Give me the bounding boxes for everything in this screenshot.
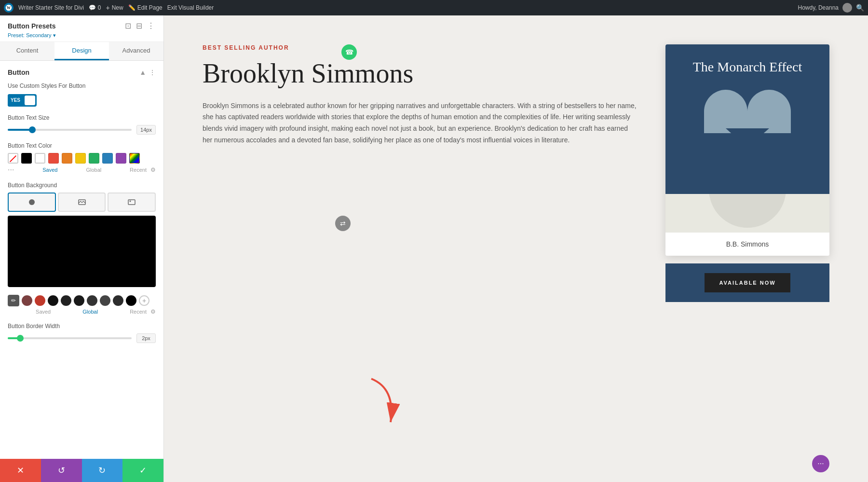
- bg-swatch-dark2[interactable]: [61, 295, 71, 306]
- bg-swatch-pen[interactable]: ✏: [8, 295, 19, 306]
- color-swatch-orange[interactable]: [62, 153, 72, 164]
- panel-bottom-toolbar: ✕ ↺ ↻ ✓: [0, 459, 163, 482]
- panel-split-button[interactable]: ⊟: [135, 20, 143, 31]
- button-background-label: Button Background: [8, 182, 156, 189]
- color-settings-icon[interactable]: ⚙: [150, 166, 156, 173]
- bg-color-option[interactable]: [8, 193, 56, 212]
- color-swatch-transparent[interactable]: [8, 153, 18, 164]
- canvas-top-section: BEST SELLING AUTHOR Brooklyn Simmons Bro…: [164, 15, 868, 482]
- button-border-width-control: 2px: [8, 333, 156, 343]
- panel-menu-button[interactable]: ⋮: [146, 20, 156, 31]
- bg-global-label[interactable]: Global: [82, 309, 98, 315]
- canvas-left: BEST SELLING AUTHOR Brooklyn Simmons Bro…: [203, 44, 637, 463]
- bg-color-settings-icon[interactable]: ⚙: [150, 308, 156, 315]
- top-bar-left: W Writer Starter Site for Divi 💬 0 + New…: [4, 3, 214, 13]
- search-icon[interactable]: 🔍: [856, 4, 864, 12]
- custom-styles-toggle[interactable]: YES: [8, 94, 37, 107]
- bg-saved-label[interactable]: Saved: [36, 309, 51, 315]
- color-swatch-white[interactable]: [35, 153, 45, 164]
- bg-swatch-plus[interactable]: +: [139, 295, 149, 306]
- bg-image-option[interactable]: [58, 193, 106, 212]
- button-text-color-label: Button Text Color: [8, 142, 156, 149]
- comment-icon-wrap[interactable]: 💬 0: [89, 4, 101, 11]
- tab-content[interactable]: Content: [0, 42, 54, 60]
- bg-color-meta-row: Saved Global Recent ⚙: [8, 308, 156, 315]
- edit-page-link[interactable]: ✏️ Edit Page: [128, 4, 163, 11]
- wordpress-icon[interactable]: W: [4, 3, 14, 13]
- redo-button[interactable]: ↻: [82, 459, 123, 482]
- image-icon: [78, 198, 86, 206]
- site-name: Writer Starter Site for Divi: [18, 4, 84, 11]
- bg-swatch-black2[interactable]: [126, 295, 136, 306]
- book-author: B.B. Simmons: [665, 233, 829, 256]
- top-bar: W Writer Starter Site for Divi 💬 0 + New…: [0, 0, 868, 15]
- new-link[interactable]: + New: [106, 4, 123, 12]
- user-greeting: Howdy, Deanna: [798, 4, 839, 11]
- bg-swatch-brown[interactable]: [22, 295, 32, 306]
- saved-label[interactable]: Saved: [42, 167, 57, 173]
- bg-swatch-dark4[interactable]: [87, 295, 97, 306]
- color-swatch-yellow[interactable]: [75, 153, 86, 164]
- tab-design[interactable]: Design: [54, 42, 109, 60]
- bg-swatch-dark1[interactable]: [48, 295, 58, 306]
- preset-label: Preset:: [8, 32, 26, 38]
- button-border-width-row: Button Border Width 2px: [8, 323, 156, 343]
- button-border-width-label: Button Border Width: [8, 323, 156, 330]
- bg-swatch-red2[interactable]: [35, 295, 45, 306]
- edit-page-label: Edit Page: [137, 4, 163, 11]
- bg-swatch-dark5[interactable]: [100, 295, 110, 306]
- section-title: Button: [8, 69, 29, 76]
- text-size-slider-track[interactable]: [8, 129, 132, 131]
- bg-image2-option[interactable]: [108, 193, 156, 212]
- color-swatch-custom[interactable]: [129, 153, 140, 164]
- author-bio: Brooklyn Simmons is a celebrated author …: [203, 100, 637, 146]
- bg-swatch-dark6[interactable]: [113, 295, 123, 306]
- panel-header: Button Presets ⊡ ⊟ ⋮ Preset: Secondary ▾: [0, 15, 163, 42]
- exit-builder-link[interactable]: Exit Visual Builder: [167, 4, 214, 11]
- color-swatch-green[interactable]: [89, 153, 99, 164]
- available-now-button[interactable]: AVAILABLE NOW: [705, 273, 790, 292]
- avatar: [842, 3, 852, 13]
- image2-icon: [128, 198, 136, 206]
- swap-icon-button[interactable]: ⇄: [335, 216, 351, 231]
- color-swatch-red[interactable]: [48, 153, 59, 164]
- recent-label[interactable]: Recent: [130, 167, 147, 173]
- more-swatches-btn[interactable]: ···: [8, 165, 14, 174]
- close-button[interactable]: ✕: [0, 459, 41, 482]
- panel-body: Button ▲ ⋮ Use Custom Styles For Button …: [0, 61, 163, 459]
- canvas-right: The Monarch Effect: [665, 44, 829, 463]
- color-swatch-purple[interactable]: [116, 153, 126, 164]
- tab-advanced[interactable]: Advanced: [109, 42, 163, 60]
- text-size-slider-thumb[interactable]: [29, 126, 36, 133]
- comment-count: 0: [98, 4, 101, 11]
- confirm-button[interactable]: ✓: [122, 459, 163, 482]
- more-options-button[interactable]: ···: [812, 455, 829, 472]
- border-width-slider-track[interactable]: [8, 337, 132, 339]
- color-swatch-black[interactable]: [21, 153, 32, 164]
- button-text-size-control: 14px: [8, 125, 156, 135]
- text-size-slider-value: 14px: [136, 125, 156, 135]
- scroll-top-button[interactable]: ☎: [341, 44, 357, 60]
- color-swatch-blue[interactable]: [102, 153, 113, 164]
- exit-builder-label: Exit Visual Builder: [167, 4, 214, 11]
- collapse-icon[interactable]: ▲: [139, 69, 146, 76]
- text-color-meta-row: ··· Saved Global Recent ⚙: [8, 165, 156, 174]
- undo-button[interactable]: ↺: [41, 459, 82, 482]
- border-width-slider-thumb[interactable]: [17, 335, 24, 342]
- preset-name[interactable]: Secondary ▾: [26, 32, 56, 38]
- pencil-icon: ✏️: [128, 4, 136, 11]
- global-label[interactable]: Global: [86, 167, 101, 173]
- bg-options: [8, 193, 156, 212]
- page-canvas: BEST SELLING AUTHOR Brooklyn Simmons Bro…: [164, 15, 868, 482]
- panel-pin-button[interactable]: ⊡: [124, 20, 132, 31]
- svg-point-5: [130, 200, 131, 202]
- bg-swatch-dark3[interactable]: [74, 295, 84, 306]
- bg-color-swatches-section: ✏ + Saved Global Recent ⚙: [8, 295, 156, 315]
- toggle-label: Use Custom Styles For Button: [8, 82, 156, 90]
- text-color-swatches: [8, 153, 156, 164]
- section-menu-icon[interactable]: ⋮: [149, 69, 156, 76]
- bg-recent-label[interactable]: Recent: [130, 309, 147, 315]
- book-card: The Monarch Effect: [665, 44, 829, 256]
- button-background-section: Button Background: [8, 182, 156, 287]
- button-text-color-section: Button Text Color ··· Saved Globa: [8, 142, 156, 174]
